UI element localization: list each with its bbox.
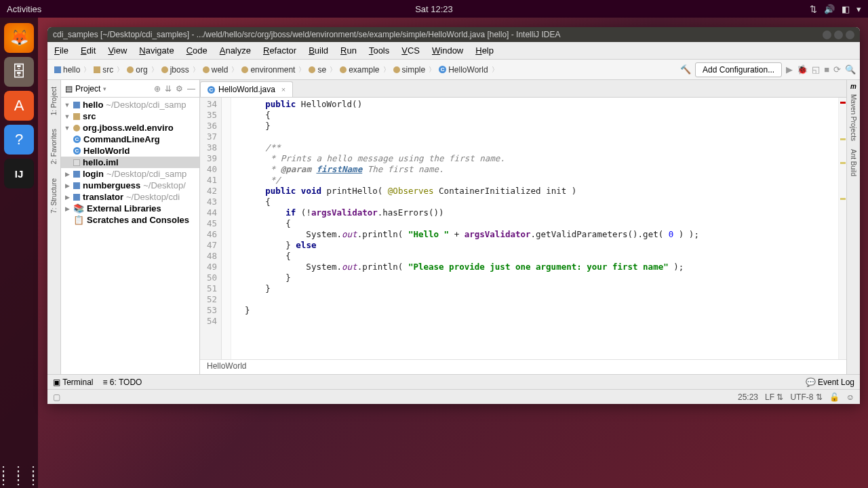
error-stripe[interactable] [838, 98, 846, 359]
code-editor[interactable]: public HelloWorld() { } /** * Prints a h… [231, 98, 838, 359]
terminal-button[interactable]: ▣ Terminal [53, 378, 93, 387]
hector-icon[interactable]: ☺ [846, 392, 854, 402]
collapse-icon[interactable]: ⇊ [165, 84, 172, 94]
line-separator[interactable]: LF ⇅ [765, 392, 783, 402]
breadcrumb-item[interactable]: se [306, 64, 329, 76]
run-config-button[interactable]: Add Configuration... [695, 62, 782, 77]
menu-code[interactable]: Code [186, 45, 208, 56]
breadcrumb-item[interactable]: hello [52, 64, 83, 76]
menu-vcs[interactable]: VCS [401, 45, 420, 56]
target-icon[interactable]: ⊕ [154, 84, 161, 94]
breadcrumb-item[interactable]: example [337, 64, 382, 76]
breadcrumb-item[interactable]: simple [391, 64, 429, 76]
maximize-icon[interactable] [834, 30, 843, 39]
tree-node[interactable]: ▼ org.jboss.weld.enviro [61, 122, 199, 134]
tree-node[interactable]: ▶📚 External Libraries [61, 203, 199, 214]
todo-button[interactable]: ≡ 6: TODO [102, 378, 142, 387]
event-log-button[interactable]: 💬 Event Log [806, 378, 854, 387]
breadcrumb-item[interactable]: jboss [159, 64, 192, 76]
cursor-position[interactable]: 25:23 [738, 392, 758, 402]
tool-maven-projects[interactable]: Maven Projects [850, 94, 857, 141]
sound-icon[interactable]: 🔊 [824, 4, 835, 14]
tree-twistie-icon[interactable]: ▶ [64, 194, 71, 201]
tree-node[interactable]: ▼ hello ~/Desktop/cdi_samp [61, 99, 199, 110]
tool-2-favorites[interactable]: 2: Favorites [50, 129, 58, 164]
menu-tools[interactable]: Tools [369, 45, 389, 56]
menu-window[interactable]: Window [432, 45, 463, 56]
menu-navigate[interactable]: Navigate [139, 45, 174, 56]
error-marker[interactable] [840, 102, 846, 104]
tree-node[interactable]: 📋 Scratches and Consoles [61, 214, 199, 226]
tab-helloworld[interactable]: C HelloWorld.java × [200, 81, 293, 97]
activities-button[interactable]: Activities [7, 4, 41, 14]
status-icon[interactable]: ▢ [53, 392, 60, 402]
vcs-icon[interactable]: ⟳ [833, 64, 841, 75]
menu-refactor[interactable]: Refactor [263, 45, 296, 56]
tree-node[interactable]: ▶ translator ~/Desktop/cdi [61, 191, 199, 203]
close-tab-icon[interactable]: × [281, 85, 285, 94]
coverage-icon[interactable]: ◱ [812, 64, 820, 75]
package-icon [161, 66, 168, 73]
system-tray[interactable]: ⇅ 🔊 ◧ ▾ [810, 4, 861, 14]
tool-7-structure[interactable]: 7: Structure [50, 178, 58, 214]
gear-icon[interactable]: ⚙ [176, 84, 183, 94]
warning-marker[interactable] [840, 198, 846, 200]
editor-breadcrumb[interactable]: HelloWorld [200, 359, 846, 374]
tree-node[interactable]: ▶ login ~/Desktop/cdi_samp [61, 168, 199, 180]
software-icon[interactable]: A [4, 91, 34, 121]
tree-node[interactable]: C HelloWorld [61, 145, 199, 157]
project-tree[interactable]: ▼ hello ~/Desktop/cdi_samp▼ src▼ org.jbo… [61, 98, 199, 374]
breadcrumb-item[interactable]: org [124, 64, 150, 76]
tree-twistie-icon[interactable]: ▼ [64, 102, 71, 108]
intellij-icon[interactable]: IJ [4, 159, 34, 188]
tree-node[interactable]: C CommandLineArg [61, 134, 199, 145]
line-number-gutter[interactable]: 34 35 36 37 38 39 40 41 42 43 44 45 46 4… [200, 98, 222, 359]
breadcrumb-item[interactable]: weld [200, 64, 231, 76]
tool-ant-build[interactable]: Ant Build [850, 149, 857, 176]
dropdown-icon[interactable]: ▾ [103, 85, 106, 92]
hide-icon[interactable]: — [187, 84, 195, 94]
tree-node[interactable]: ▶ numberguess ~/Desktop/ [61, 180, 199, 191]
tree-node[interactable]: ▼ src [61, 110, 199, 122]
breadcrumb-item[interactable]: src [91, 64, 116, 76]
menu-help[interactable]: Help [475, 45, 494, 56]
stop-icon[interactable]: ■ [824, 64, 829, 75]
run-icon[interactable]: ▶ [786, 64, 793, 75]
window-titlebar[interactable]: cdi_samples [~/Desktop/cdi_samples] - ..… [47, 27, 860, 42]
readonly-icon[interactable]: 🔓 [829, 392, 840, 402]
minimize-icon[interactable] [823, 30, 831, 39]
tree-twistie-icon[interactable]: ▼ [64, 113, 71, 120]
firefox-icon[interactable]: 🦊 [4, 23, 34, 53]
menu-run[interactable]: Run [340, 45, 357, 56]
chevron-down-icon[interactable]: ▾ [856, 4, 861, 14]
warning-marker[interactable] [840, 138, 846, 140]
menu-file[interactable]: File [54, 45, 68, 56]
tree-twistie-icon[interactable]: ▶ [64, 205, 71, 212]
warning-marker[interactable] [840, 162, 846, 164]
debug-icon[interactable]: 🐞 [797, 64, 808, 75]
menu-analyze[interactable]: Analyze [220, 45, 251, 56]
breadcrumb-item[interactable]: environment [239, 64, 298, 76]
menu-build[interactable]: Build [309, 45, 328, 56]
tree-twistie-icon[interactable]: ▶ [64, 182, 71, 189]
build-icon[interactable]: 🔨 [680, 64, 691, 75]
network-icon[interactable]: ⇅ [810, 4, 817, 14]
tool-1-project[interactable]: 1: Project [50, 87, 58, 115]
tree-node[interactable]: hello.iml [61, 157, 199, 168]
fold-gutter[interactable] [222, 98, 231, 359]
search-icon[interactable]: 🔍 [845, 64, 856, 75]
close-icon[interactable] [846, 30, 854, 39]
clock[interactable]: Sat 12:23 [415, 4, 453, 14]
project-view-label[interactable]: Project [75, 84, 100, 94]
package-icon [241, 66, 248, 73]
tree-twistie-icon[interactable]: ▶ [64, 171, 71, 178]
help-icon[interactable]: ? [4, 125, 34, 155]
tree-twistie-icon[interactable]: ▼ [64, 125, 71, 131]
show-apps-icon[interactable]: ⋮⋮⋮⋮⋮⋮⋮⋮⋮ [0, 469, 41, 481]
battery-icon[interactable]: ◧ [842, 4, 850, 14]
file-encoding[interactable]: UTF-8 ⇅ [790, 392, 822, 402]
menu-view[interactable]: View [108, 45, 127, 56]
breadcrumb-item[interactable]: CHelloWorld [436, 64, 490, 76]
files-icon[interactable]: 🗄 [4, 57, 34, 87]
menu-edit[interactable]: Edit [81, 45, 96, 56]
